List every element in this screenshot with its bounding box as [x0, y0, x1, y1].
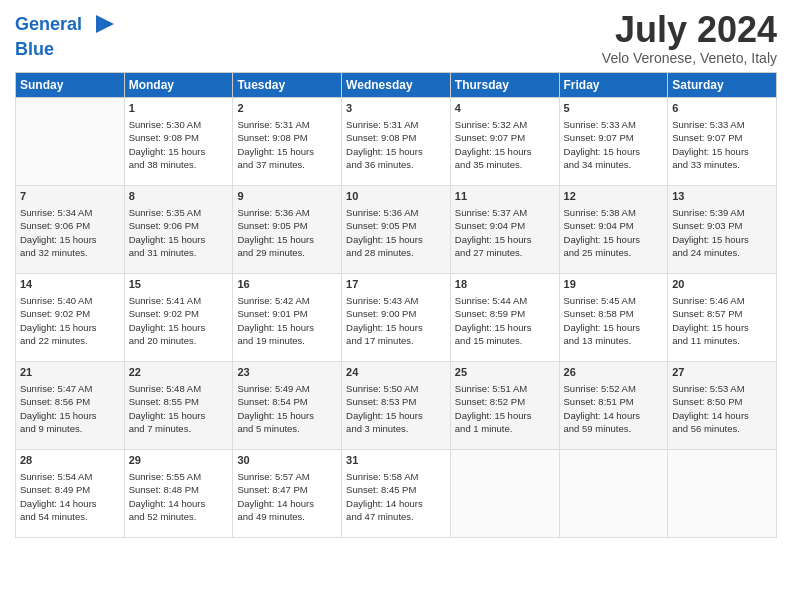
day-info-line: and 38 minutes. [129, 158, 229, 171]
calendar-cell: 7Sunrise: 5:34 AMSunset: 9:06 PMDaylight… [16, 185, 125, 273]
day-info-line: Sunset: 8:54 PM [237, 395, 337, 408]
day-info-line: and 24 minutes. [672, 246, 772, 259]
day-info-line: Daylight: 15 hours [237, 145, 337, 158]
day-info-line: Sunset: 8:59 PM [455, 307, 555, 320]
day-number: 30 [237, 453, 337, 468]
day-info-line: Sunset: 9:06 PM [129, 219, 229, 232]
day-info-line: and 47 minutes. [346, 510, 446, 523]
calendar-cell: 23Sunrise: 5:49 AMSunset: 8:54 PMDayligh… [233, 361, 342, 449]
day-info-line: and 20 minutes. [129, 334, 229, 347]
calendar-cell: 18Sunrise: 5:44 AMSunset: 8:59 PMDayligh… [450, 273, 559, 361]
day-number: 7 [20, 189, 120, 204]
day-info-line: Sunrise: 5:33 AM [564, 118, 664, 131]
day-info-line: and 7 minutes. [129, 422, 229, 435]
day-info-line: Sunset: 8:48 PM [129, 483, 229, 496]
day-number: 10 [346, 189, 446, 204]
day-info-line: and 54 minutes. [20, 510, 120, 523]
calendar-cell [16, 97, 125, 185]
day-info-line: and 35 minutes. [455, 158, 555, 171]
calendar-cell: 17Sunrise: 5:43 AMSunset: 9:00 PMDayligh… [342, 273, 451, 361]
day-info-line: Daylight: 14 hours [129, 497, 229, 510]
calendar-cell: 3Sunrise: 5:31 AMSunset: 9:08 PMDaylight… [342, 97, 451, 185]
calendar-cell: 6Sunrise: 5:33 AMSunset: 9:07 PMDaylight… [668, 97, 777, 185]
calendar-cell: 24Sunrise: 5:50 AMSunset: 8:53 PMDayligh… [342, 361, 451, 449]
day-info-line: Sunset: 8:51 PM [564, 395, 664, 408]
day-info-line: Daylight: 15 hours [672, 233, 772, 246]
weekday-header-monday: Monday [124, 72, 233, 97]
day-number: 16 [237, 277, 337, 292]
day-info-line: Daylight: 15 hours [129, 233, 229, 246]
day-info-line: Sunset: 8:58 PM [564, 307, 664, 320]
day-info-line: Daylight: 15 hours [20, 409, 120, 422]
day-info-line: Sunrise: 5:55 AM [129, 470, 229, 483]
day-info-line: Daylight: 15 hours [129, 409, 229, 422]
day-info-line: Sunrise: 5:35 AM [129, 206, 229, 219]
day-number: 5 [564, 101, 664, 116]
day-info-line: and 37 minutes. [237, 158, 337, 171]
day-info-line: Sunset: 9:08 PM [346, 131, 446, 144]
title-area: July 2024 Velo Veronese, Veneto, Italy [602, 10, 777, 66]
calendar-cell: 16Sunrise: 5:42 AMSunset: 9:01 PMDayligh… [233, 273, 342, 361]
logo-icon [86, 10, 116, 40]
day-number: 22 [129, 365, 229, 380]
day-info-line: and 1 minute. [455, 422, 555, 435]
calendar-cell: 12Sunrise: 5:38 AMSunset: 9:04 PMDayligh… [559, 185, 668, 273]
day-info-line: Daylight: 15 hours [237, 233, 337, 246]
calendar-cell: 25Sunrise: 5:51 AMSunset: 8:52 PMDayligh… [450, 361, 559, 449]
calendar-cell: 11Sunrise: 5:37 AMSunset: 9:04 PMDayligh… [450, 185, 559, 273]
day-info-line: Sunrise: 5:34 AM [20, 206, 120, 219]
calendar-cell: 8Sunrise: 5:35 AMSunset: 9:06 PMDaylight… [124, 185, 233, 273]
day-number: 6 [672, 101, 772, 116]
day-info-line: Sunrise: 5:38 AM [564, 206, 664, 219]
calendar-cell [559, 449, 668, 537]
calendar-cell: 9Sunrise: 5:36 AMSunset: 9:05 PMDaylight… [233, 185, 342, 273]
day-info-line: Daylight: 15 hours [455, 321, 555, 334]
day-info-line: Daylight: 15 hours [346, 409, 446, 422]
day-info-line: Sunrise: 5:54 AM [20, 470, 120, 483]
weekday-header-thursday: Thursday [450, 72, 559, 97]
calendar-cell: 20Sunrise: 5:46 AMSunset: 8:57 PMDayligh… [668, 273, 777, 361]
day-info-line: Sunrise: 5:36 AM [346, 206, 446, 219]
calendar-week-2: 7Sunrise: 5:34 AMSunset: 9:06 PMDaylight… [16, 185, 777, 273]
day-info-line: Sunset: 9:05 PM [237, 219, 337, 232]
day-info-line: and 32 minutes. [20, 246, 120, 259]
day-info-line: Daylight: 14 hours [564, 409, 664, 422]
day-info-line: Daylight: 15 hours [564, 145, 664, 158]
calendar-cell: 21Sunrise: 5:47 AMSunset: 8:56 PMDayligh… [16, 361, 125, 449]
day-info-line: Sunset: 8:45 PM [346, 483, 446, 496]
day-info-line: Sunrise: 5:50 AM [346, 382, 446, 395]
day-number: 27 [672, 365, 772, 380]
day-info-line: Daylight: 14 hours [346, 497, 446, 510]
day-number: 12 [564, 189, 664, 204]
day-info-line: Sunset: 9:07 PM [455, 131, 555, 144]
day-info-line: Sunset: 9:07 PM [564, 131, 664, 144]
day-info-line: Daylight: 14 hours [237, 497, 337, 510]
day-number: 8 [129, 189, 229, 204]
day-info-line: Sunset: 8:53 PM [346, 395, 446, 408]
day-number: 11 [455, 189, 555, 204]
day-info-line: Sunrise: 5:45 AM [564, 294, 664, 307]
day-info-line: Daylight: 15 hours [237, 409, 337, 422]
day-info-line: Sunrise: 5:30 AM [129, 118, 229, 131]
calendar-cell: 22Sunrise: 5:48 AMSunset: 8:55 PMDayligh… [124, 361, 233, 449]
day-number: 1 [129, 101, 229, 116]
day-number: 17 [346, 277, 446, 292]
day-info-line: Sunrise: 5:46 AM [672, 294, 772, 307]
calendar-cell [450, 449, 559, 537]
day-info-line: and 19 minutes. [237, 334, 337, 347]
day-info-line: Sunrise: 5:53 AM [672, 382, 772, 395]
day-info-line: Sunset: 8:49 PM [20, 483, 120, 496]
day-info-line: Sunrise: 5:51 AM [455, 382, 555, 395]
day-info-line: and 5 minutes. [237, 422, 337, 435]
day-info-line: Daylight: 15 hours [129, 321, 229, 334]
day-info-line: and 33 minutes. [672, 158, 772, 171]
page-container: General Blue July 2024 Velo Veronese, Ve… [0, 0, 792, 548]
day-info-line: Sunrise: 5:57 AM [237, 470, 337, 483]
day-info-line: Sunset: 8:55 PM [129, 395, 229, 408]
day-info-line: and 25 minutes. [564, 246, 664, 259]
day-info-line: Sunset: 9:04 PM [455, 219, 555, 232]
day-number: 23 [237, 365, 337, 380]
day-info-line: Sunset: 9:03 PM [672, 219, 772, 232]
day-info-line: Daylight: 15 hours [20, 233, 120, 246]
day-info-line: Sunrise: 5:41 AM [129, 294, 229, 307]
